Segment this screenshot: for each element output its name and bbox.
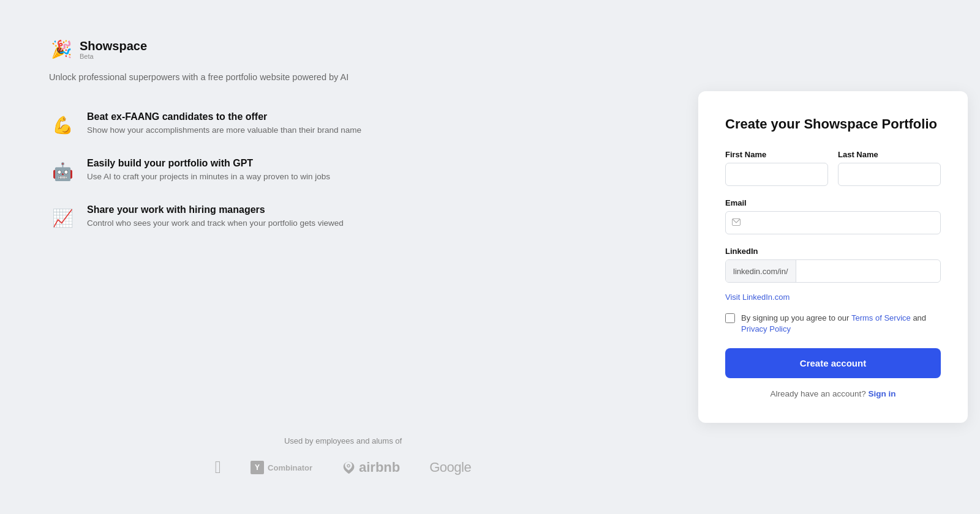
terms-of-service-link[interactable]: Terms of Service xyxy=(851,313,911,322)
chart-icon: 📈 xyxy=(49,204,76,231)
last-name-label: Last Name xyxy=(838,150,941,159)
feature-1-title: Beat ex-FAANG candidates to the offer xyxy=(87,111,361,122)
email-icon xyxy=(732,218,741,228)
terms-checkbox[interactable] xyxy=(725,313,735,323)
name-row: First Name Last Name xyxy=(725,150,941,186)
first-name-input[interactable] xyxy=(725,163,828,186)
signin-row: Already have an account? Sign in xyxy=(725,389,941,398)
logo-area: 🎉 Showspace Beta xyxy=(49,37,637,61)
linkedin-label: LinkedIn xyxy=(725,247,941,256)
ycombinator-logo: Y Combinator xyxy=(251,461,312,474)
signin-text: Already have an account? xyxy=(771,389,866,398)
email-input[interactable] xyxy=(725,211,941,234)
signin-link[interactable]: Sign in xyxy=(868,389,895,398)
google-logo: Google xyxy=(429,460,471,475)
left-panel: 🎉 Showspace Beta Unlock professional sup… xyxy=(0,0,686,514)
first-name-label: First Name xyxy=(725,150,828,159)
airbnb-logo: airbnb xyxy=(342,460,400,475)
create-account-button[interactable]: Create account xyxy=(725,348,941,378)
email-input-wrapper xyxy=(725,211,941,234)
robot-icon: 🤖 xyxy=(49,158,76,185)
first-name-group: First Name xyxy=(725,150,828,186)
last-name-group: Last Name xyxy=(838,150,941,186)
right-panel: Create your Showspace Portfolio First Na… xyxy=(686,0,980,514)
logo-name: Showspace xyxy=(80,39,147,53)
tagline: Unlock professional superpowers with a f… xyxy=(49,72,637,82)
feature-item-2: 🤖 Easily build your portfolio with GPT U… xyxy=(49,158,637,185)
visit-linkedin-link[interactable]: Visit LinkedIn.com xyxy=(725,292,790,302)
feature-item-3: 📈 Share your work with hiring managers C… xyxy=(49,204,637,231)
feature-2-title: Easily build your portfolio with GPT xyxy=(87,158,330,169)
email-label: Email xyxy=(725,198,941,207)
muscle-icon: 💪 xyxy=(49,111,76,138)
used-by-label: Used by employees and alums of xyxy=(49,436,637,445)
feature-item-1: 💪 Beat ex-FAANG candidates to the offer … xyxy=(49,111,637,138)
linkedin-group: LinkedIn linkedin.com/in/ xyxy=(725,247,941,283)
company-logos:  Y Combinator airbnb Google xyxy=(49,458,637,477)
privacy-policy-link[interactable]: Privacy Policy xyxy=(741,324,791,333)
logo-beta: Beta xyxy=(80,53,147,60)
last-name-input[interactable] xyxy=(838,163,941,186)
linkedin-input[interactable] xyxy=(796,260,940,282)
terms-row: By signing up you agree to our Terms of … xyxy=(725,313,941,335)
feature-3-desc: Control who sees your work and track whe… xyxy=(87,218,344,229)
feature-2-desc: Use AI to craft your projects in minutes… xyxy=(87,171,330,183)
linkedin-prefix: linkedin.com/in/ xyxy=(726,260,796,282)
linkedin-input-wrapper: linkedin.com/in/ xyxy=(725,259,941,283)
apple-logo:  xyxy=(215,458,221,477)
form-title: Create your Showspace Portfolio xyxy=(725,116,941,133)
features-list: 💪 Beat ex-FAANG candidates to the offer … xyxy=(49,111,637,231)
terms-text: By signing up you agree to our Terms of … xyxy=(741,313,941,335)
email-group: Email xyxy=(725,198,941,234)
feature-3-title: Share your work with hiring managers xyxy=(87,204,344,215)
used-by-section: Used by employees and alums of  Y Combi… xyxy=(49,436,637,477)
form-card: Create your Showspace Portfolio First Na… xyxy=(698,91,968,423)
logo-text-block: Showspace Beta xyxy=(80,39,147,60)
logo-icon: 🎉 xyxy=(49,37,74,61)
feature-1-desc: Show how your accomplishments are more v… xyxy=(87,125,361,136)
